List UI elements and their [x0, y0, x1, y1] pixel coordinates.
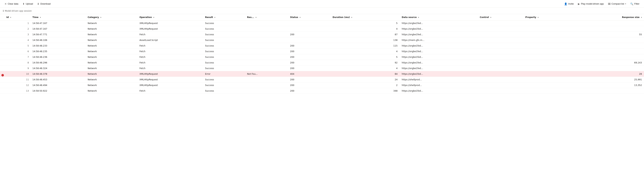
table-row[interactable]: 414:58:48.106NetworkAssetLoad.ScriptSucc…: [0, 37, 644, 43]
cell-time: 14:58:48.453: [30, 77, 86, 82]
col-time[interactable]: Time ▾: [30, 14, 86, 20]
row-indicator-cell: [0, 54, 4, 60]
cell-control: [478, 82, 523, 88]
cell-property: [523, 60, 574, 66]
cell-result: Success: [203, 48, 245, 54]
cell-category: Network: [86, 60, 137, 66]
invite-button[interactable]: 👤 Invite: [562, 2, 576, 6]
cell-id: 10: [4, 71, 30, 77]
filter-button[interactable]: 🔍 Filter: [628, 2, 641, 6]
table-row[interactable]: 1314:58:50.922NetworkFetchSuccess200348h…: [0, 88, 644, 94]
play-button[interactable]: ▶ Play model-driven app: [576, 2, 606, 6]
col-property-sort-icon: ▾: [538, 16, 539, 18]
cell-category: Network: [86, 32, 137, 37]
cell-property: [523, 32, 574, 37]
col-indicator: [0, 14, 4, 20]
cell-time: 14:58:48.106: [30, 37, 86, 43]
cell-category: Network: [86, 82, 137, 88]
cell-datasource: https://orgbe1fed...: [400, 88, 478, 94]
cell-property: [523, 88, 574, 94]
table-row[interactable]: 314:58:47.771NetworkFetchSuccess20087htt…: [0, 32, 644, 37]
cell-property: [523, 20, 574, 26]
download-label: Download: [40, 2, 50, 5]
table-row[interactable]: 214:58:47.167NetworkXMLHttpRequestSucces…: [0, 26, 644, 32]
subtitle-text: Model-driven app session: [5, 10, 32, 12]
cell-control: [478, 54, 523, 60]
table-row[interactable]: 1214:58:48.494NetworkXMLHttpRequestSucce…: [0, 82, 644, 88]
table-row[interactable]: 614:58:48.235NetworkFetchSuccess2004http…: [0, 48, 644, 54]
cell-control: [478, 37, 523, 43]
cell-responsesize: [574, 37, 644, 43]
col-status[interactable]: Status ▾: [288, 14, 330, 20]
table-row[interactable]: 1114:58:48.453NetworkXMLHttpRequestSucce…: [0, 77, 644, 82]
col-id[interactable]: Id ▾: [4, 14, 30, 20]
cell-operation: Fetch: [137, 43, 203, 48]
cell-datasource: https://orgbe1fed...: [400, 48, 478, 54]
table-row[interactable]: 514:58:48.233NetworkFetchSuccess200115ht…: [0, 43, 644, 48]
cell-operation: Fetch: [137, 32, 203, 37]
cell-result: Error: [203, 71, 245, 77]
cell-id: 11: [4, 77, 30, 82]
cell-operation: XMLHttpRequest: [137, 20, 203, 26]
table-row[interactable]: 714:58:48.236NetworkFetchSuccess2005http…: [0, 54, 644, 60]
invite-label: Invite: [568, 2, 574, 5]
col-property[interactable]: Property ▾: [523, 14, 574, 20]
row-indicator-cell: [0, 37, 4, 43]
cell-operation: Fetch: [137, 54, 203, 60]
cell-duration: 84: [330, 71, 400, 77]
cell-datasource: https://orgbe1fed...: [400, 71, 478, 77]
cell-duration: 5: [330, 20, 400, 26]
col-result-sort-icon: ▾: [214, 16, 215, 18]
cell-operation: XMLHttpRequest: [137, 26, 203, 32]
error-indicator: [2, 74, 4, 76]
cell-duration: 5: [330, 54, 400, 60]
cell-res: [245, 37, 288, 43]
col-duration[interactable]: Duration (ms) ▾: [330, 14, 400, 20]
col-category[interactable]: Category ▾: [86, 14, 137, 20]
table-row[interactable]: 1014:58:48.378NetworkXMLHttpRequestError…: [0, 71, 644, 77]
table-row[interactable]: 814:58:48.296NetworkFetchSuccess20092htt…: [0, 60, 644, 66]
table-row[interactable]: 914:58:48.324NetworkFetchSuccess2004http…: [0, 66, 644, 71]
cell-result: Success: [203, 37, 245, 43]
cell-datasource: https://orgbe1fed...: [400, 43, 478, 48]
cell-responsesize: [574, 66, 644, 71]
cell-responsesize: [574, 26, 644, 32]
cell-result: Success: [203, 43, 245, 48]
clear-data-button[interactable]: ✕ Clear data: [3, 2, 20, 6]
cell-time: 14:58:48.378: [30, 71, 86, 77]
cell-duration: 4: [330, 48, 400, 54]
table-row[interactable]: 114:58:47.167NetworkXMLHttpRequestSucces…: [0, 20, 644, 26]
col-time-sort-icon: ▾: [40, 16, 41, 18]
cell-operation: Fetch: [137, 88, 203, 94]
cell-status: 200: [288, 48, 330, 54]
upload-button[interactable]: ⬆ Upload: [21, 2, 35, 6]
cell-result: Success: [203, 66, 245, 71]
cell-status: 200: [288, 43, 330, 48]
cell-responsesize: [574, 48, 644, 54]
cell-operation: XMLHttpRequest: [137, 77, 203, 82]
compact-list-button[interactable]: Compact list ▾: [606, 2, 628, 6]
cell-time: 14:58:48.296: [30, 60, 86, 66]
col-control[interactable]: Control ▾: [478, 14, 523, 20]
cell-id: 1: [4, 20, 30, 26]
cell-property: [523, 54, 574, 60]
cell-category: Network: [86, 26, 137, 32]
cell-duration: 115: [330, 43, 400, 48]
cell-operation: XMLHttpRequest: [137, 71, 203, 77]
download-button[interactable]: ⬇ Download: [36, 2, 52, 6]
cell-datasource: https://orgbe1fed...: [400, 20, 478, 26]
cell-res: [245, 54, 288, 60]
cell-category: Network: [86, 66, 137, 71]
col-responsesize[interactable]: Response size ▾: [574, 14, 644, 20]
col-operation[interactable]: Operation ▾: [137, 14, 203, 20]
col-result[interactable]: Result ▾: [203, 14, 245, 20]
cell-duration: 24: [330, 77, 400, 82]
data-table: Id ▾ Time ▾ Category ▾ Operation ▾ Resul…: [0, 14, 644, 94]
cell-status: [288, 37, 330, 43]
cell-res: [245, 88, 288, 94]
col-datasource[interactable]: Data source ▾: [400, 14, 478, 20]
upload-icon: ⬆: [22, 2, 25, 5]
col-res[interactable]: Res... ▾: [245, 14, 288, 20]
row-indicator-cell: [0, 26, 4, 32]
cell-control: [478, 26, 523, 32]
